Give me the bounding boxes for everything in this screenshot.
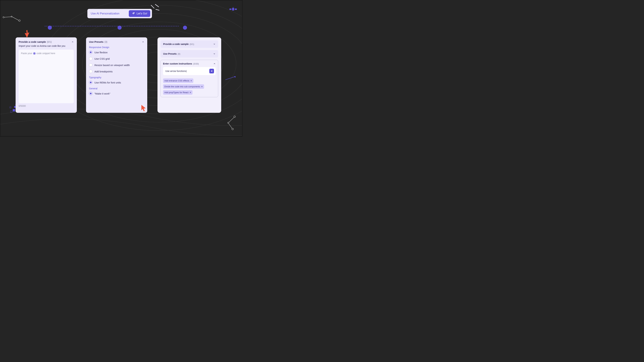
svg-point-9 bbox=[11, 16, 12, 17]
preset-use-css-grid[interactable]: Use CSS grid bbox=[89, 57, 144, 60]
custom-title: Enter custom instructions bbox=[163, 62, 192, 65]
card-custom-instructions: Provide a code sample (0/1) Use Presets … bbox=[158, 37, 221, 113]
close-icon[interactable]: ✕ bbox=[190, 80, 192, 82]
preset-use-rems[interactable]: Use REMs for font units bbox=[89, 81, 144, 84]
svg-rect-21 bbox=[230, 8, 232, 10]
svg-line-12 bbox=[12, 17, 18, 20]
svg-point-14 bbox=[228, 122, 229, 123]
text-caret bbox=[186, 70, 186, 72]
svg-line-20 bbox=[156, 9, 159, 10]
card-code-sample: Provide a code sample (0/1) Import your … bbox=[16, 37, 77, 113]
instruction-chips: Add entrance CSS effects✕ Divide the cod… bbox=[163, 78, 216, 95]
accordion-count: (0) bbox=[178, 53, 180, 55]
radio-icon bbox=[89, 57, 92, 60]
custom-instructions-header[interactable]: Enter custom instructions (3/20) bbox=[163, 62, 216, 65]
radio-label: Use CSS grid bbox=[94, 57, 110, 60]
svg-point-15 bbox=[232, 128, 234, 130]
banner-title: Use AI Personalization bbox=[91, 12, 120, 15]
section-typography-label: Typography bbox=[89, 76, 144, 79]
radio-icon bbox=[89, 63, 92, 67]
section-general-label: General bbox=[89, 87, 144, 90]
accordion-count: (0/1) bbox=[190, 43, 194, 45]
radio-label: Add breakpoints bbox=[94, 70, 112, 73]
send-icon bbox=[210, 70, 213, 72]
svg-point-8 bbox=[3, 16, 4, 18]
pointer-arrow-icon bbox=[24, 30, 30, 38]
custom-instruction-input[interactable]: Use arrow functions bbox=[163, 67, 216, 75]
card-title: Use Presets bbox=[89, 40, 104, 43]
satellite-icon bbox=[229, 7, 237, 12]
placeholder-pre: Paste your bbox=[21, 52, 32, 55]
svg-rect-30 bbox=[13, 109, 15, 111]
step-connector bbox=[44, 26, 179, 26]
custom-input-value: Use arrow functions bbox=[165, 70, 186, 72]
placeholder-post: code snippet here bbox=[36, 52, 55, 55]
react-icon bbox=[33, 52, 36, 55]
card-count: (3) bbox=[104, 40, 107, 43]
decoration-streak bbox=[226, 76, 238, 81]
char-counter: 0/5000 bbox=[18, 105, 74, 107]
decoration-nodes-bottom-right bbox=[224, 115, 238, 130]
radio-label: Resize based on viewport width bbox=[94, 64, 130, 66]
code-snippet-input[interactable]: Paste your code snippet here bbox=[18, 50, 74, 103]
svg-line-16 bbox=[229, 117, 234, 122]
svg-point-37 bbox=[34, 53, 35, 54]
lets-go-label: Let's Go! bbox=[136, 12, 147, 15]
accordion-presets[interactable]: Use Presets (0) bbox=[160, 50, 218, 57]
svg-marker-33 bbox=[234, 76, 236, 77]
lets-go-button[interactable]: Let's Go! bbox=[129, 10, 150, 17]
radio-label: Use REMs for font units bbox=[94, 81, 121, 84]
preset-add-breakpoints[interactable]: Add breakpoints bbox=[89, 70, 144, 73]
svg-line-11 bbox=[4, 17, 11, 17]
chip-label: Add propTypes for React bbox=[164, 91, 188, 94]
accordion-title: Provide a code sample bbox=[163, 43, 189, 45]
chevron-up-icon bbox=[72, 41, 74, 43]
svg-line-32 bbox=[226, 76, 236, 80]
chip-add-proptypes[interactable]: Add propTypes for React✕ bbox=[163, 90, 192, 95]
accordion-title: Use Presets bbox=[163, 52, 176, 55]
chip-entrance-effects[interactable]: Add entrance CSS effects✕ bbox=[163, 78, 193, 83]
sparkle-icon bbox=[132, 12, 135, 15]
svg-rect-22 bbox=[235, 8, 237, 10]
step-dot-1 bbox=[48, 26, 52, 30]
card-subtitle: Import your code so Anima can code like … bbox=[18, 44, 74, 47]
chevron-down-icon bbox=[213, 53, 216, 55]
preset-use-flexbox[interactable]: Use flexbox bbox=[89, 51, 144, 54]
custom-instructions-panel: Enter custom instructions (3/20) Use arr… bbox=[160, 60, 218, 97]
card-presets-header[interactable]: Use Presets (3) bbox=[89, 40, 144, 43]
ai-personalization-banner: Use AI Personalization Let's Go! bbox=[88, 9, 152, 18]
close-icon[interactable]: ✕ bbox=[201, 85, 203, 88]
chevron-down-icon bbox=[213, 43, 216, 45]
card-presets: Use Presets (3) Responsive Design Use fl… bbox=[86, 37, 147, 113]
card-title: Provide a code sample bbox=[18, 40, 46, 43]
decoration-nodes-top-left bbox=[2, 15, 22, 24]
chip-divide-components[interactable]: Divide the code into sub components✕ bbox=[163, 84, 204, 89]
svg-line-19 bbox=[155, 4, 159, 7]
step-dot-2 bbox=[118, 26, 122, 30]
card-count: (0/1) bbox=[47, 40, 52, 43]
accordion-code-sample[interactable]: Provide a code sample (0/1) bbox=[160, 40, 218, 48]
radio-icon bbox=[89, 92, 92, 95]
card-code-sample-header[interactable]: Provide a code sample (0/1) bbox=[18, 40, 74, 43]
svg-point-13 bbox=[234, 116, 236, 117]
svg-rect-29 bbox=[10, 107, 11, 108]
radio-icon bbox=[89, 51, 92, 54]
svg-rect-31 bbox=[10, 111, 12, 112]
radio-icon bbox=[89, 70, 92, 73]
chevron-up-icon bbox=[213, 62, 216, 65]
radio-label: "Make it work" bbox=[94, 92, 110, 95]
custom-count: (3/20) bbox=[193, 62, 199, 65]
radio-icon bbox=[89, 81, 92, 84]
svg-point-10 bbox=[18, 20, 20, 21]
section-responsive-label: Responsive Design bbox=[89, 46, 144, 49]
svg-line-17 bbox=[228, 123, 232, 128]
chip-label: Divide the code into sub components bbox=[164, 85, 200, 88]
svg-line-18 bbox=[151, 5, 154, 8]
preset-make-it-work[interactable]: "Make it work" bbox=[89, 92, 144, 95]
preset-resize-viewport[interactable]: Resize based on viewport width bbox=[89, 63, 144, 67]
chevron-up-icon bbox=[142, 41, 144, 43]
svg-rect-23 bbox=[232, 8, 234, 10]
close-icon[interactable]: ✕ bbox=[190, 91, 191, 94]
submit-instruction-button[interactable] bbox=[209, 69, 214, 73]
step-dot-3 bbox=[183, 26, 187, 30]
